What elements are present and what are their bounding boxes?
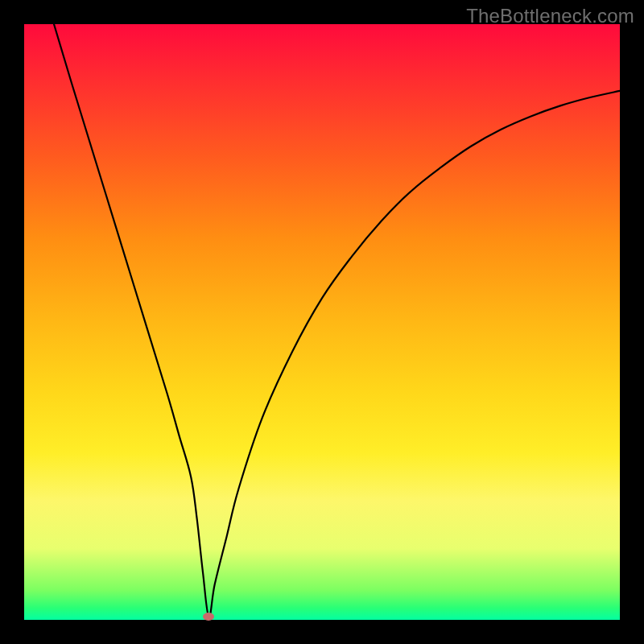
plot-background xyxy=(24,24,620,620)
watermark-text: TheBottleneck.com xyxy=(466,5,634,27)
chart-frame: TheBottleneck.com xyxy=(0,0,644,644)
bottleneck-curve xyxy=(24,24,620,620)
minimum-marker xyxy=(203,613,214,621)
